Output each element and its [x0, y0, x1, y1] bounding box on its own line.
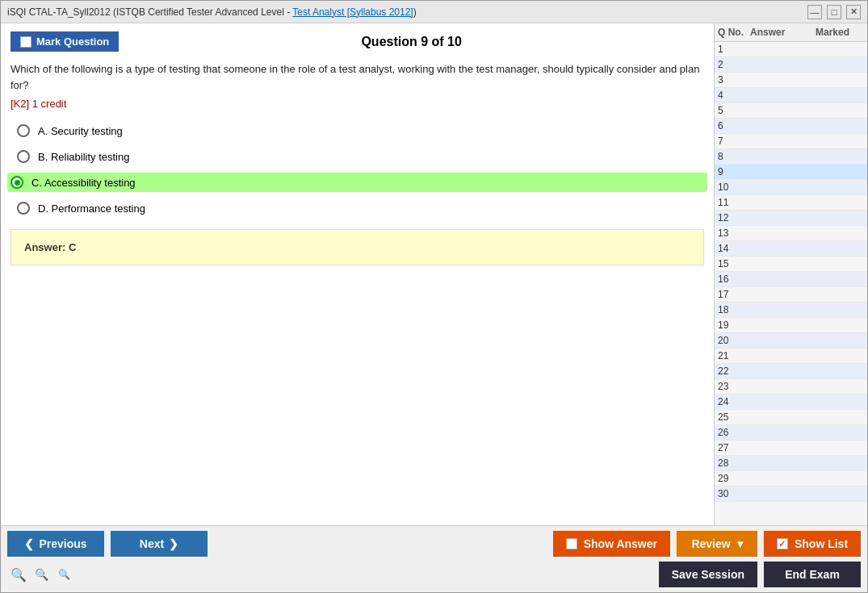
row-num: 17 [718, 289, 750, 300]
option-a[interactable]: A. Security testing [10, 121, 704, 140]
mark-checkbox-icon: ✓ [20, 36, 31, 48]
row-marked [816, 442, 864, 453]
list-item[interactable]: 1 [715, 42, 867, 57]
review-button[interactable]: Review ▾ [677, 531, 757, 557]
title-text: iSQI CTAL-TA_Syll2012 (ISTQB Certified T… [7, 6, 417, 18]
window-controls: — □ ✕ [807, 5, 861, 19]
row-answer [750, 319, 816, 331]
content-area: ✓ Mark Question Question 9 of 10 Which o… [1, 23, 867, 525]
close-button[interactable]: ✕ [846, 5, 861, 19]
mark-question-button[interactable]: ✓ Mark Question [10, 31, 119, 52]
show-list-label: Show List [795, 537, 848, 550]
row-marked [816, 473, 864, 484]
radio-c[interactable] [10, 176, 23, 189]
show-answer-checkbox-icon [566, 538, 577, 549]
list-item[interactable]: 6 [715, 119, 867, 134]
row-marked [816, 258, 864, 269]
list-item[interactable]: 26 [715, 425, 867, 441]
list-item[interactable]: 27 [715, 441, 867, 456]
radio-a[interactable] [17, 124, 30, 137]
list-item[interactable]: 14 [715, 241, 867, 257]
row-marked [816, 350, 864, 361]
title-link[interactable]: Test Analyst [Syllabus 2012] [292, 6, 413, 18]
list-item[interactable]: 25 [715, 410, 867, 425]
list-item[interactable]: 4 [715, 88, 867, 103]
row-num: 13 [718, 228, 750, 239]
previous-button[interactable]: ❮ Previous [7, 531, 104, 557]
row-num: 30 [718, 488, 750, 499]
row-marked [816, 90, 864, 101]
row-marked [816, 335, 864, 346]
row-answer [750, 59, 816, 70]
row-num: 24 [718, 396, 750, 407]
row-answer [750, 365, 816, 377]
list-item[interactable]: 13 [715, 226, 867, 241]
options-list: A. Security testing B. Reliability testi… [10, 121, 704, 218]
show-list-button[interactable]: ✓ Show List [764, 531, 861, 557]
option-d[interactable]: D. Performance testing [10, 198, 704, 218]
row-num: 14 [718, 243, 750, 254]
zoom-in-button[interactable]: 🔍 [7, 563, 30, 586]
list-item[interactable]: 2 [715, 57, 867, 73]
save-session-button[interactable]: Save Session [659, 562, 757, 587]
restore-button[interactable]: □ [827, 5, 841, 19]
row-marked [816, 120, 864, 132]
list-item[interactable]: 11 [715, 195, 867, 211]
row-marked [816, 396, 864, 407]
list-item[interactable]: 29 [715, 471, 867, 487]
list-item[interactable]: 9 [715, 165, 867, 180]
row-num: 9 [718, 166, 750, 177]
row-answer [750, 90, 816, 101]
list-item[interactable]: 24 [715, 395, 867, 410]
next-arrow-icon: ❯ [169, 537, 178, 550]
list-item[interactable]: 18 [715, 303, 867, 318]
row-answer [750, 212, 816, 223]
list-item[interactable]: 8 [715, 149, 867, 165]
radio-d[interactable] [17, 202, 30, 215]
row-marked [816, 365, 864, 377]
zoom-out-button[interactable]: 🔍 [52, 563, 75, 586]
list-item[interactable]: 20 [715, 333, 867, 349]
answer-text: Answer: C [24, 241, 76, 253]
list-item[interactable]: 3 [715, 73, 867, 88]
question-list[interactable]: 1 2 3 4 5 6 7 8 [715, 42, 867, 525]
list-item[interactable]: 19 [715, 318, 867, 333]
option-b[interactable]: B. Reliability testing [10, 147, 704, 166]
list-item[interactable]: 17 [715, 287, 867, 303]
row-num: 12 [718, 212, 750, 223]
option-b-label: B. Reliability testing [38, 151, 129, 163]
list-item[interactable]: 10 [715, 180, 867, 195]
show-answer-label: Show Answer [584, 537, 657, 550]
bottom-right-actions: Save Session End Exam [659, 562, 861, 587]
end-exam-button[interactable]: End Exam [764, 562, 861, 587]
list-item[interactable]: 16 [715, 272, 867, 287]
row-answer [750, 289, 816, 300]
list-item[interactable]: 22 [715, 364, 867, 379]
row-marked [816, 411, 864, 423]
row-answer [750, 396, 816, 407]
row-answer [750, 243, 816, 254]
list-item[interactable]: 5 [715, 103, 867, 119]
row-num: 27 [718, 442, 750, 453]
radio-b[interactable] [17, 150, 30, 163]
bottom-bar: ❮ Previous Next ❯ Show Answer Review ▾ ✓… [1, 525, 867, 592]
show-answer-button[interactable]: Show Answer [553, 531, 670, 557]
row-num: 26 [718, 427, 750, 438]
list-item[interactable]: 12 [715, 211, 867, 226]
option-c[interactable]: C. Accessibility testing [7, 173, 707, 192]
list-item[interactable]: 15 [715, 257, 867, 272]
row-marked [816, 228, 864, 239]
list-item[interactable]: 23 [715, 379, 867, 395]
next-button[interactable]: Next ❯ [111, 531, 208, 557]
side-header: Q No. Answer Marked [715, 23, 867, 42]
zoom-normal-button[interactable]: 🔍 [30, 563, 52, 586]
list-item[interactable]: 28 [715, 456, 867, 471]
list-item[interactable]: 7 [715, 134, 867, 149]
mark-question-label: Mark Question [36, 35, 109, 48]
option-d-label: D. Performance testing [38, 203, 145, 215]
list-item[interactable]: 30 [715, 487, 867, 502]
row-num: 25 [718, 411, 750, 423]
row-num: 6 [718, 120, 750, 132]
minimize-button[interactable]: — [807, 5, 822, 19]
list-item[interactable]: 21 [715, 349, 867, 364]
